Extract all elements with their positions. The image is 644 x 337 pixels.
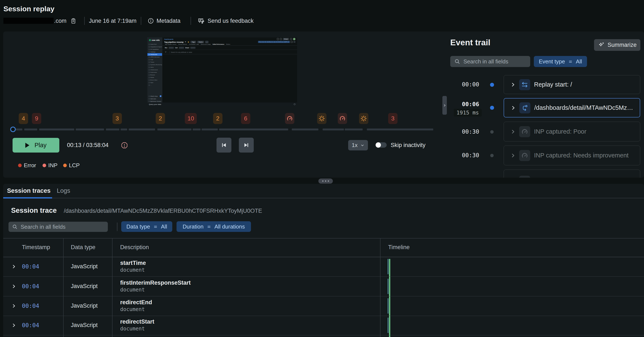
filter-chip-duration[interactable]: Duration=All durations xyxy=(176,221,251,232)
scrubber-segment[interactable] xyxy=(323,128,344,130)
mini-toolbar-button[interactable]: ·· xyxy=(179,47,184,49)
event-card[interactable]: INP captured: Poor xyxy=(504,122,640,142)
table-row[interactable]: 00:04JavaScriptredirectStartdocument xyxy=(3,316,644,335)
summarize-button[interactable]: Summarize xyxy=(594,39,640,51)
metadata-button[interactable]: Metadata xyxy=(156,17,180,24)
scrubber-segment[interactable] xyxy=(158,128,192,130)
timeline-badge-count[interactable]: 4 xyxy=(19,113,28,124)
mini-button-tags[interactable]: Tags xyxy=(190,41,196,43)
mini-sidebar-item[interactable]: Add User xyxy=(148,98,162,100)
mini-more-button[interactable]: … xyxy=(205,41,208,43)
scrubber-segment[interactable] xyxy=(129,128,155,130)
gauge-icon xyxy=(286,115,293,122)
event-card[interactable]: Replay start: / xyxy=(504,75,640,94)
mini-sidebar-item[interactable]: What's New2 xyxy=(148,95,162,98)
timeline-badge-icon[interactable] xyxy=(359,113,368,124)
mini-top-icon[interactable] xyxy=(277,38,279,40)
mini-breadcrumb[interactable]: Dashboards xyxy=(164,38,173,40)
scrubber-segment[interactable] xyxy=(106,128,119,130)
mini-avatar[interactable] xyxy=(293,38,296,40)
mini-toolbar-button[interactable]: ·· xyxy=(190,47,196,49)
mini-sidebar-item[interactable]: Alerts xyxy=(148,66,162,68)
skip-forward-button[interactable] xyxy=(239,138,254,152)
mini-sidebar-item[interactable]: Browser xyxy=(148,74,162,76)
scrubber-segment[interactable] xyxy=(367,128,433,130)
collapse-handle[interactable] xyxy=(442,96,447,115)
timeline-badge-count[interactable]: 2 xyxy=(156,113,165,124)
scrubber-segment[interactable] xyxy=(345,128,362,130)
event-card[interactable]: INP captured: Needs improvement xyxy=(504,146,640,165)
scrubber-segment[interactable] xyxy=(120,128,127,130)
mini-sidebar-item[interactable]: Catalogs xyxy=(148,51,162,53)
filter-chip-data-type[interactable]: Data type=All xyxy=(121,221,172,232)
timeline-badge-icon[interactable] xyxy=(338,113,347,124)
mini-sidebar-item[interactable]: APM & Services xyxy=(148,56,162,58)
feedback-button[interactable]: Send us feedback xyxy=(208,17,254,24)
scrubber-segment[interactable] xyxy=(24,128,37,130)
scrubber-segment[interactable] xyxy=(16,128,22,130)
mini-sidebar-item[interactable]: Bartomeu Gomes xyxy=(148,100,162,102)
timeline-badge-icon[interactable] xyxy=(317,113,326,124)
mini-tv-icon[interactable] xyxy=(291,41,293,43)
scrubber-segment[interactable] xyxy=(193,128,200,130)
mini-sidebar-item[interactable]: Integrations & Agents xyxy=(148,46,162,48)
scrubber-segment[interactable] xyxy=(76,128,104,130)
mini-time-range[interactable]: From Jun 13, 11:28 am to Jun 13, 02:20 p… xyxy=(258,41,290,43)
panel-resize-handle[interactable] xyxy=(318,178,333,184)
scrubber-segment[interactable] xyxy=(39,128,74,130)
tab-session-traces[interactable]: Session traces xyxy=(7,187,50,194)
mini-button-teams[interactable]: Teams xyxy=(197,41,204,43)
timeline-badge-count[interactable]: 9 xyxy=(32,113,41,124)
timeline-badge-count[interactable]: 3 xyxy=(388,113,398,124)
mini-sidebar-item[interactable]: Kubernetes xyxy=(148,71,162,74)
event-card[interactable]: /dashboards/detail/MTAwNDc5Mz… xyxy=(504,98,640,118)
mini-sidebar-item[interactable]: Logs xyxy=(148,58,162,61)
mini-footer-item[interactable]: Query your data xyxy=(149,104,161,105)
column-header-description[interactable]: Description xyxy=(120,244,149,250)
scrubber-segment[interactable] xyxy=(219,128,288,130)
column-header-timestamp[interactable]: Timestamp xyxy=(22,244,50,250)
table-row[interactable]: 00:04JavaScriptfirstInterimResponseStart… xyxy=(3,276,644,296)
tab-logs[interactable]: Logs xyxy=(57,187,70,194)
skip-inactivity-toggle[interactable] xyxy=(376,142,387,148)
column-header-timeline[interactable]: Timeline xyxy=(388,244,410,250)
mini-share-button[interactable]: Share xyxy=(283,38,289,40)
timeline-badge-count[interactable]: 10 xyxy=(185,113,197,124)
event-search-input[interactable]: Search in all fields xyxy=(450,56,530,67)
mini-sidebar-item[interactable]: Traces xyxy=(148,61,162,64)
timeline-badge-icon[interactable] xyxy=(285,113,294,124)
event-label: Replay start: / xyxy=(534,81,572,88)
mini-toolbar-button[interactable]: ·· xyxy=(169,47,174,49)
replay-viewport[interactable]: new relicQuick FindIntegrations & Agents… xyxy=(148,38,297,106)
event-card[interactable] xyxy=(504,170,640,178)
warning-icon[interactable] xyxy=(121,142,128,149)
trace-search-input[interactable]: Search in all fields xyxy=(8,222,108,232)
mini-sidebar-item[interactable]: Apps xyxy=(148,81,162,84)
mini-sidebar-item[interactable]: Synthetic Monitoring xyxy=(148,64,162,66)
event-type-filter-chip[interactable]: Event type = All xyxy=(534,56,587,67)
mini-sidebar-item[interactable]: Errors Inbox xyxy=(148,79,162,81)
mini-sidebar-item[interactable]: Infrastructure xyxy=(148,68,162,71)
timeline-badge-count[interactable]: 6 xyxy=(241,113,250,124)
playback-speed-select[interactable]: 1x xyxy=(348,140,368,150)
mini-top-icon[interactable] xyxy=(280,38,282,40)
scrubber-segment[interactable] xyxy=(202,128,218,130)
table-row[interactable]: 00:04JavaScriptredirectEnddocument xyxy=(3,296,644,316)
mini-more-icon[interactable] xyxy=(294,41,296,43)
mini-sidebar-item[interactable]: ... xyxy=(148,84,162,86)
column-header-data-type[interactable]: Data type xyxy=(71,244,96,250)
skip-back-button[interactable] xyxy=(216,138,232,152)
scrubber-segment[interactable] xyxy=(292,128,318,130)
mini-top-icon[interactable] xyxy=(290,38,292,40)
timeline-badge-count[interactable]: 2 xyxy=(213,113,222,124)
header-divider xyxy=(84,17,85,25)
mini-sidebar-item[interactable]: Quick Find xyxy=(148,43,162,46)
mini-sidebar-item[interactable]: All Capabilities xyxy=(148,48,162,51)
table-row[interactable]: 00:04JavaScriptstartTimedocument xyxy=(3,257,644,276)
mini-sidebar-item[interactable]: Mobile xyxy=(148,76,162,79)
timeline-badge-count[interactable]: 3 xyxy=(112,113,122,124)
mini-sidebar-item[interactable]: Dashboards xyxy=(148,53,162,56)
copy-icon[interactable] xyxy=(70,17,76,24)
play-button[interactable]: Play xyxy=(12,138,59,152)
playhead-marker[interactable] xyxy=(10,126,16,132)
